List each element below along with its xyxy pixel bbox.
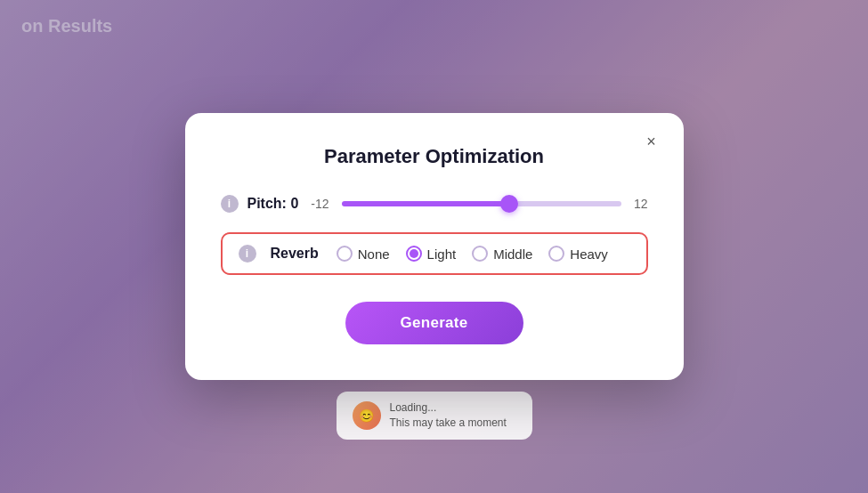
reverb-info-icon[interactable]: i: [239, 245, 256, 263]
modal: × Parameter Optimization i Pitch: 0 -12 …: [185, 113, 684, 380]
reverb-option-middle[interactable]: Middle: [472, 246, 532, 262]
pitch-label: Pitch: 0: [247, 196, 299, 212]
pitch-min: -12: [311, 197, 329, 211]
pitch-slider-wrapper: [342, 201, 621, 206]
modal-title: Parameter Optimization: [221, 145, 648, 168]
bg-card-text: Loading... This may take a moment: [390, 400, 507, 431]
generate-button[interactable]: Generate: [345, 302, 523, 344]
reverb-light-label: Light: [427, 246, 457, 262]
pitch-max: 12: [634, 197, 648, 211]
reverb-row: i Reverb None Light Middle Heavy: [221, 232, 648, 275]
radio-heavy[interactable]: [548, 246, 564, 262]
pitch-slider[interactable]: [342, 201, 621, 206]
modal-overlay: 😊 Loading... This may take a moment × Pa…: [0, 0, 868, 493]
radio-light[interactable]: [406, 246, 422, 262]
reverb-option-none[interactable]: None: [337, 246, 390, 262]
pitch-slider-thumb[interactable]: [500, 195, 518, 213]
reverb-label: Reverb: [271, 246, 319, 262]
reverb-option-heavy[interactable]: Heavy: [548, 246, 608, 262]
pitch-row: i Pitch: 0 -12 12: [221, 195, 648, 213]
radio-none[interactable]: [337, 246, 353, 262]
reverb-heavy-label: Heavy: [570, 246, 608, 262]
reverb-middle-label: Middle: [493, 246, 532, 262]
reverb-options: None Light Middle Heavy: [337, 246, 630, 262]
bg-card: 😊 Loading... This may take a moment: [337, 392, 532, 440]
avatar: 😊: [353, 401, 381, 430]
pitch-info-icon[interactable]: i: [221, 195, 239, 213]
radio-middle[interactable]: [472, 246, 488, 262]
reverb-none-label: None: [358, 246, 390, 262]
close-button[interactable]: ×: [639, 129, 664, 154]
reverb-option-light[interactable]: Light: [406, 246, 457, 262]
